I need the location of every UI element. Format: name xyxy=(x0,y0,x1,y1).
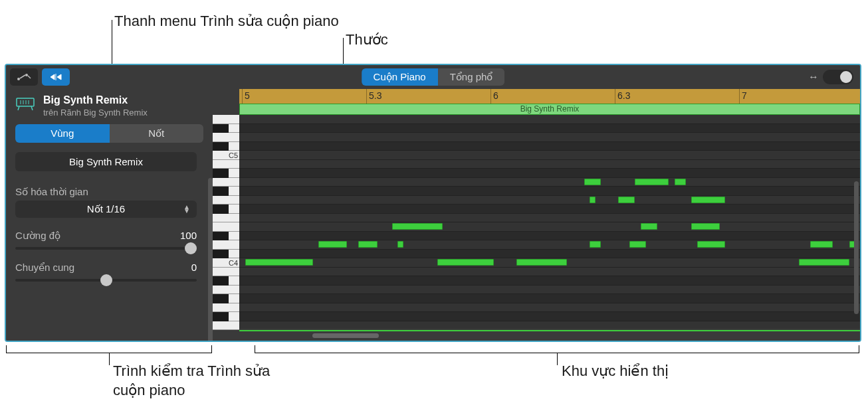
bottom-scroll-zone xyxy=(239,329,860,341)
tab-score[interactable]: Tổng phổ xyxy=(438,68,505,86)
view-tabs: Cuộn Piano Tổng phổ xyxy=(362,68,505,86)
transpose-slider[interactable] xyxy=(15,279,197,282)
callout-ruler: Thước xyxy=(346,31,388,50)
inspector-scrollbar[interactable] xyxy=(208,178,213,342)
midi-note[interactable] xyxy=(437,259,494,266)
ruler-tick: 5 xyxy=(245,90,250,101)
svg-line-5 xyxy=(18,106,19,110)
velocity-value: 100 xyxy=(180,230,197,242)
bracket-display xyxy=(255,345,859,353)
midi-note[interactable] xyxy=(675,179,686,185)
callout-line xyxy=(557,353,558,365)
ruler-tick: 6 xyxy=(493,90,498,101)
vertical-scrollbar[interactable] xyxy=(854,181,859,314)
svg-point-0 xyxy=(17,78,20,80)
midi-note[interactable] xyxy=(245,259,313,266)
track-title: Big Synth Remix xyxy=(43,94,148,106)
midi-note[interactable] xyxy=(629,241,647,248)
midi-note[interactable] xyxy=(358,241,378,248)
midi-note[interactable] xyxy=(618,197,635,203)
tab-region[interactable]: Vùng xyxy=(15,124,110,143)
ruler[interactable]: 55.366.37 xyxy=(239,89,860,104)
callout-inspector: Trình kiểm tra Trình sửa cuộn piano xyxy=(113,362,299,400)
catch-playhead-icon[interactable] xyxy=(42,68,70,86)
region-strip[interactable]: Big Synth Remix xyxy=(239,104,860,115)
region-name-field[interactable]: Big Synth Remix xyxy=(15,152,197,171)
bracket-inspector xyxy=(6,345,212,353)
track-subtitle: trên Rãnh Big Synth Remix xyxy=(43,108,148,118)
velocity-slider[interactable] xyxy=(15,247,197,250)
quantize-value: Nốt 1/16 xyxy=(87,203,125,215)
tab-note[interactable]: Nốt xyxy=(110,124,204,143)
quantize-dropdown[interactable]: Nốt 1/16 ▲▼ xyxy=(15,201,197,218)
midi-note[interactable] xyxy=(697,241,726,248)
midi-note[interactable] xyxy=(590,241,601,248)
key-label: C5 xyxy=(229,151,238,159)
callout-display: Khu vực hiển thị xyxy=(562,362,669,381)
midi-note[interactable] xyxy=(799,259,850,266)
velocity-label: Cường độ xyxy=(15,230,60,242)
svg-line-1 xyxy=(20,75,25,78)
svg-line-3 xyxy=(28,76,31,78)
region-extent-line xyxy=(239,330,861,331)
region-strip-label: Big Synth Remix xyxy=(520,104,580,114)
transpose-label: Chuyển cung xyxy=(15,262,74,274)
midi-note[interactable] xyxy=(584,179,601,185)
automation-icon[interactable] xyxy=(10,68,38,86)
zoom-toggle[interactable] xyxy=(823,70,853,84)
ruler-tick: 6.3 xyxy=(617,90,630,101)
tab-piano-roll[interactable]: Cuộn Piano xyxy=(362,68,438,86)
inspector-mode-tabs: Vùng Nốt xyxy=(15,124,203,143)
note-grid[interactable] xyxy=(239,115,860,329)
svg-point-2 xyxy=(25,74,28,76)
midi-note[interactable] xyxy=(691,223,720,230)
midi-note[interactable] xyxy=(397,241,403,248)
midi-note[interactable] xyxy=(318,241,347,248)
midi-note[interactable] xyxy=(516,259,568,266)
inspector-panel: Big Synth Remix trên Rãnh Big Synth Remi… xyxy=(6,89,213,341)
ruler-tick: 7 xyxy=(742,90,747,101)
midi-note[interactable] xyxy=(392,223,443,230)
svg-rect-4 xyxy=(17,98,34,106)
midi-note[interactable] xyxy=(590,197,596,203)
callout-menubar: Thanh menu Trình sửa cuộn piano xyxy=(114,12,339,31)
piano-roll-grid: 55.366.37 Big Synth Remix C5C4 xyxy=(213,89,860,341)
quantize-label: Số hóa thời gian xyxy=(15,186,197,198)
midi-note[interactable] xyxy=(810,241,833,248)
chevron-updown-icon: ▲▼ xyxy=(183,205,190,213)
transpose-value: 0 xyxy=(191,262,197,274)
piano-keyboard[interactable]: C5C4 xyxy=(213,115,239,329)
midi-note[interactable] xyxy=(641,223,658,230)
ruler-tick: 5.3 xyxy=(369,90,381,101)
midi-note[interactable] xyxy=(691,197,725,203)
midi-note[interactable] xyxy=(635,179,669,185)
editor-menubar: Cuộn Piano Tổng phổ ↔ xyxy=(6,65,860,89)
horizontal-zoom-icon: ↔ xyxy=(808,71,819,83)
piano-roll-editor: Cuộn Piano Tổng phổ ↔ Big Synth Remix tr… xyxy=(5,64,861,342)
callout-line xyxy=(109,353,110,365)
synth-track-icon xyxy=(15,97,35,112)
zoom-control: ↔ xyxy=(808,70,853,84)
svg-line-6 xyxy=(31,106,33,110)
key-label: C4 xyxy=(229,259,238,267)
horizontal-scrollbar[interactable] xyxy=(312,333,379,338)
